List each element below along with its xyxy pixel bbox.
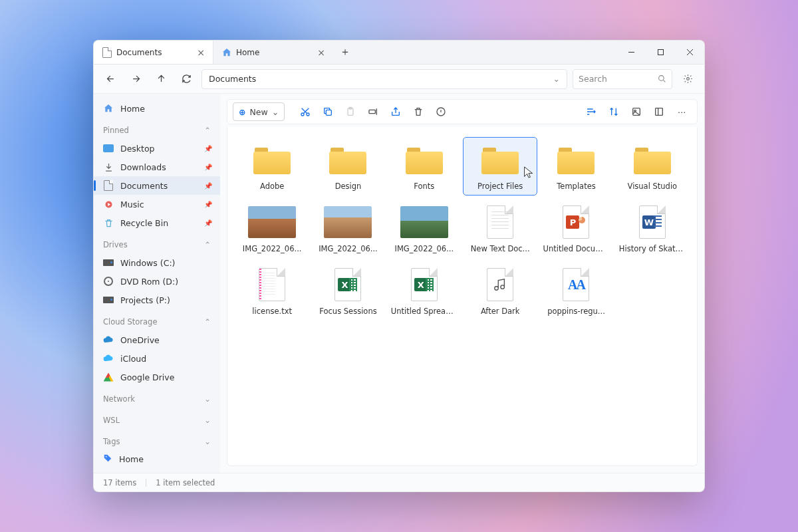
file-item[interactable]: Adobe bbox=[235, 138, 309, 195]
sidebar-label: Recycle Bin bbox=[120, 218, 168, 228]
layout-button[interactable] bbox=[649, 102, 669, 121]
file-label: History of Skate... bbox=[619, 244, 686, 253]
search-input[interactable]: Search bbox=[573, 69, 672, 89]
sidebar-recycle-bin[interactable]: Recycle Bin 📌 bbox=[94, 213, 220, 232]
file-item[interactable]: IMG_2022_06... bbox=[311, 200, 384, 257]
file-item[interactable]: Design bbox=[311, 138, 384, 195]
tab-home[interactable]: Home × bbox=[213, 41, 333, 64]
section-label: Network bbox=[103, 394, 135, 404]
file-item[interactable]: Templates bbox=[539, 138, 612, 195]
sidebar-label: Windows (C:) bbox=[120, 258, 175, 268]
section-wsl[interactable]: WSL ⌄ bbox=[94, 412, 220, 429]
file-item[interactable]: license.txt bbox=[235, 263, 309, 320]
chevron-down-icon[interactable]: ⌄ bbox=[553, 74, 560, 84]
section-network[interactable]: Network ⌄ bbox=[94, 390, 220, 408]
sidebar-gdrive[interactable]: Google Drive bbox=[94, 368, 220, 386]
maximize-button[interactable] bbox=[646, 41, 675, 64]
new-tab-button[interactable]: ＋ bbox=[333, 41, 357, 64]
sidebar-tag-home[interactable]: Home bbox=[94, 450, 220, 467]
file-item[interactable]: IMG_2022_06... bbox=[388, 200, 461, 257]
sidebar-drive-c[interactable]: Windows (C:) bbox=[94, 253, 220, 272]
chevron-down-icon: ⌄ bbox=[204, 394, 211, 404]
file-thumbnail bbox=[552, 142, 600, 178]
sidebar-label: Downloads bbox=[120, 162, 166, 172]
pin-icon[interactable]: 📌 bbox=[204, 182, 212, 190]
delete-button[interactable] bbox=[408, 102, 428, 121]
file-thumbnail: X bbox=[400, 267, 448, 303]
file-grid[interactable]: AdobeDesignFontsProject FilesTemplatesVi… bbox=[227, 127, 698, 466]
sidebar-desktop[interactable]: Desktop 📌 bbox=[94, 139, 220, 158]
disc-icon bbox=[103, 276, 114, 287]
group-button[interactable] bbox=[604, 102, 624, 121]
file-thumbnail bbox=[476, 142, 524, 178]
file-thumbnail: X bbox=[324, 267, 372, 303]
sidebar-icloud[interactable]: iCloud bbox=[94, 349, 220, 368]
new-button[interactable]: ⊕ New ⌄ bbox=[233, 102, 285, 121]
rename-button[interactable] bbox=[363, 102, 383, 121]
minimize-button[interactable] bbox=[616, 41, 646, 64]
svg-rect-1 bbox=[658, 50, 663, 55]
address-bar[interactable]: Documents ⌄ bbox=[201, 69, 567, 89]
close-tab-icon[interactable]: × bbox=[197, 47, 205, 58]
file-thumbnail bbox=[476, 267, 524, 303]
file-item[interactable]: Project Files bbox=[464, 138, 537, 195]
file-thumbnail bbox=[476, 204, 524, 240]
file-item[interactable]: Visual Studio bbox=[616, 138, 689, 195]
chevron-up-icon: ⌃ bbox=[204, 240, 211, 249]
section-pinned[interactable]: Pinned ⌃ bbox=[94, 122, 220, 139]
more-button[interactable]: ⋯ bbox=[672, 102, 692, 121]
sidebar-home[interactable]: Home bbox=[94, 99, 220, 118]
pin-icon[interactable]: 📌 bbox=[204, 201, 212, 208]
file-item[interactable]: WHistory of Skate... bbox=[616, 200, 689, 257]
file-explorer-window: Documents × Home × ＋ Documents ⌄ Search bbox=[93, 40, 705, 492]
section-tags[interactable]: Tags ⌄ bbox=[94, 433, 220, 450]
sidebar-label: Google Drive bbox=[120, 372, 174, 382]
file-item[interactable]: New Text Doc... bbox=[464, 200, 537, 257]
sidebar-downloads[interactable]: Downloads 📌 bbox=[94, 158, 220, 176]
file-item[interactable]: AApoppins-regu... bbox=[539, 263, 612, 320]
sidebar-label: DVD Rom (D:) bbox=[120, 277, 178, 287]
paste-button[interactable] bbox=[340, 102, 360, 121]
settings-button[interactable] bbox=[678, 69, 698, 89]
refresh-button[interactable] bbox=[176, 69, 196, 89]
share-button[interactable] bbox=[386, 102, 406, 121]
forward-button[interactable] bbox=[126, 69, 146, 89]
copy-button[interactable] bbox=[318, 102, 338, 121]
close-tab-icon[interactable]: × bbox=[317, 47, 325, 58]
file-item[interactable]: XUntitled Spreads... bbox=[388, 263, 461, 320]
section-cloud[interactable]: Cloud Storage ⌃ bbox=[94, 313, 220, 331]
home-icon bbox=[221, 47, 232, 58]
file-item[interactable]: IMG_2022_06... bbox=[235, 200, 309, 257]
file-label: IMG_2022_06... bbox=[243, 244, 302, 253]
section-label: WSL bbox=[103, 416, 120, 425]
file-item[interactable]: Fonts bbox=[388, 138, 461, 195]
close-window-button[interactable] bbox=[675, 41, 704, 64]
pin-icon[interactable]: 📌 bbox=[204, 145, 212, 152]
download-icon bbox=[103, 162, 114, 172]
main-area: ⊕ New ⌄ ⋯ bbox=[220, 94, 704, 473]
sidebar-music[interactable]: Music 📌 bbox=[94, 195, 220, 213]
sidebar-drive-d[interactable]: DVD Rom (D:) bbox=[94, 272, 220, 291]
cut-button[interactable] bbox=[295, 102, 315, 121]
section-drives[interactable]: Drives ⌃ bbox=[94, 236, 220, 253]
up-button[interactable] bbox=[151, 69, 171, 89]
pin-icon[interactable]: 📌 bbox=[204, 219, 212, 227]
file-item[interactable]: After Dark bbox=[464, 263, 537, 320]
tab-documents[interactable]: Documents × bbox=[94, 41, 213, 64]
sidebar-onedrive[interactable]: OneDrive bbox=[94, 331, 220, 349]
properties-button[interactable] bbox=[431, 102, 451, 121]
file-thumbnail: W bbox=[628, 204, 676, 240]
file-item[interactable]: PUntitled Docum... bbox=[539, 200, 612, 257]
view-button[interactable] bbox=[626, 102, 646, 121]
sort-button[interactable] bbox=[581, 102, 601, 121]
plus-icon: ⊕ bbox=[239, 107, 245, 117]
file-item[interactable]: XFocus Sessions bbox=[311, 263, 384, 320]
tab-label: Home bbox=[236, 48, 259, 57]
file-label: Untitled Docum... bbox=[543, 244, 609, 253]
pin-icon[interactable]: 📌 bbox=[204, 164, 212, 171]
sidebar-drive-p[interactable]: Projects (P:) bbox=[94, 291, 220, 309]
sidebar-documents[interactable]: Documents 📌 bbox=[94, 176, 220, 195]
back-button[interactable] bbox=[100, 69, 120, 89]
sidebar-label: Home bbox=[119, 454, 144, 464]
file-label: IMG_2022_06... bbox=[319, 244, 378, 253]
